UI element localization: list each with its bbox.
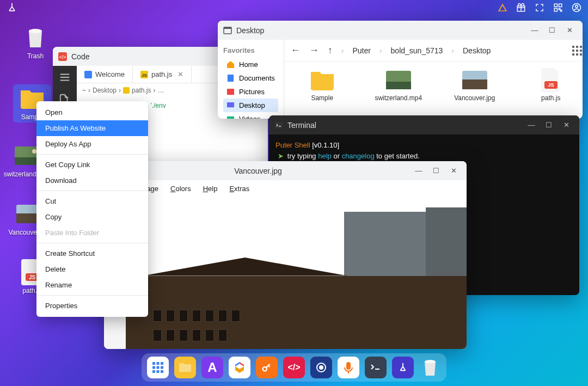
context-menu: OpenPublish As WebsiteDeploy As AppGet C… [36,101,148,317]
maximize-button[interactable]: ☐ [541,119,556,131]
warning-icon[interactable] [498,3,507,13]
terminal-titlebar[interactable]: Terminal — ☐ ✕ [269,115,579,134]
svg-rect-54 [346,362,351,370]
svg-text:JS: JS [142,73,147,78]
sidebar-item-documents[interactable]: Documents [223,71,278,85]
svg-rect-2 [559,4,562,7]
context-item[interactable]: Copy [36,209,148,225]
svg-rect-41 [275,122,283,128]
svg-rect-19 [123,87,130,94]
context-item[interactable]: Rename [36,277,148,293]
file-item-vancouver[interactable]: Vancouver.jpg [448,69,502,111]
svg-rect-16 [84,71,92,78]
svg-rect-47 [161,366,163,369]
context-item[interactable]: Cut [36,193,148,209]
user-icon[interactable] [572,3,581,13]
tab-label: path.js [151,70,172,78]
svg-rect-44 [161,362,163,365]
svg-rect-36 [386,82,411,89]
fm-file-grid: Sample switzerland.mp4 Vancouver.jpg JSp… [284,62,583,119]
dock-key[interactable] [256,357,278,378]
context-item[interactable]: Create Shortcut [36,246,148,261]
svg-rect-43 [157,362,160,365]
sidebar-item-desktop[interactable]: Desktop [223,99,278,112]
dock-font[interactable]: A [201,357,223,378]
terminal-app-icon [274,121,283,130]
fm-toolbar: ← → ↑ › Puter › bold_sun_5713 › Desktop [284,40,583,62]
menu-colors[interactable]: Colors [170,185,191,193]
svg-rect-30 [576,50,578,52]
context-item[interactable]: Get Copy Link [36,157,148,173]
svg-point-9 [32,149,36,154]
svg-rect-48 [152,370,155,373]
gift-icon[interactable] [516,3,526,13]
logo-icon[interactable] [7,2,17,13]
context-item[interactable]: Delete [36,261,148,277]
back-button[interactable]: ← [291,45,301,56]
dock-code[interactable]: </> [283,357,305,378]
tab-pathjs[interactable]: JS path.js ✕ [133,66,192,83]
desktop-icon-trash[interactable]: Trash [16,25,54,60]
imageviewer-title: Vancouver.jpg [109,167,407,175]
svg-point-53 [320,366,323,369]
svg-rect-25 [227,117,234,119]
close-button[interactable]: ✕ [446,165,461,177]
terminal-title: Terminal [287,121,316,130]
dock-mic[interactable] [338,357,359,378]
maximize-button[interactable]: ☐ [544,24,560,36]
fullscreen-icon[interactable] [535,3,544,13]
forward-button[interactable]: → [309,45,319,56]
minimize-button[interactable]: — [524,119,539,131]
svg-text:JS: JS [29,274,36,280]
file-item-pathjs[interactable]: JSpath.js [524,69,578,111]
maximize-button[interactable]: ☐ [428,165,444,177]
tab-welcome[interactable]: Welcome [77,66,133,83]
dock-eye[interactable] [310,357,332,378]
sidebar-item-home[interactable]: Home [223,58,278,71]
context-item[interactable]: Deploy As App [36,136,148,152]
breadcrumb-item[interactable]: bold_sun_5713 [391,46,443,55]
qr-icon[interactable] [553,3,563,13]
breadcrumb-item[interactable]: Puter [352,46,370,55]
file-item-sample[interactable]: Sample [295,69,350,111]
svg-point-5 [575,5,578,8]
close-button[interactable]: ✕ [559,119,574,131]
context-item[interactable]: Open [36,105,148,120]
svg-point-6 [29,29,42,33]
dock-logo[interactable] [392,357,414,378]
context-item[interactable]: Properties [36,298,148,314]
file-item-switzerland[interactable]: switzerland.mp4 [371,69,426,111]
svg-rect-33 [576,53,578,56]
svg-rect-50 [161,370,163,373]
tab-label: Welcome [95,70,125,78]
sidebar-item-pictures[interactable]: Pictures [223,85,278,99]
dock-trash[interactable] [419,357,441,378]
dock-apps[interactable] [147,357,169,378]
minimize-button[interactable]: — [411,165,426,177]
svg-rect-32 [572,53,574,56]
close-icon[interactable]: ✕ [177,70,183,78]
minimize-button[interactable]: — [527,24,542,36]
context-item[interactable]: Publish As Website [36,120,148,136]
dock-terminal[interactable] [365,357,387,378]
menu-extras[interactable]: Extras [229,185,249,193]
up-button[interactable]: ↑ [328,45,333,56]
context-item: Paste Into Folder [36,225,148,241]
grid-view-icon[interactable] [572,45,583,56]
svg-rect-22 [228,75,234,82]
svg-rect-23 [227,89,234,95]
menu-help[interactable]: Help [203,185,218,193]
image-canvas[interactable] [126,197,467,349]
fm-titlebar[interactable]: Desktop — ☐ ✕ [218,21,583,40]
menu-icon[interactable] [59,71,71,83]
breadcrumb-item[interactable]: Desktop [463,46,491,55]
dock-files[interactable] [174,357,196,378]
fm-sidebar: Favorites Home Documents Pictures Deskto… [218,40,284,119]
svg-rect-46 [157,366,160,369]
context-item[interactable]: Download [36,173,148,188]
close-button[interactable]: ✕ [562,24,577,36]
dock-3d[interactable] [229,357,250,378]
svg-rect-21 [224,27,231,29]
imageviewer-titlebar[interactable]: Vancouver.jpg — ☐ ✕ [104,161,467,180]
svg-rect-1 [554,4,557,7]
